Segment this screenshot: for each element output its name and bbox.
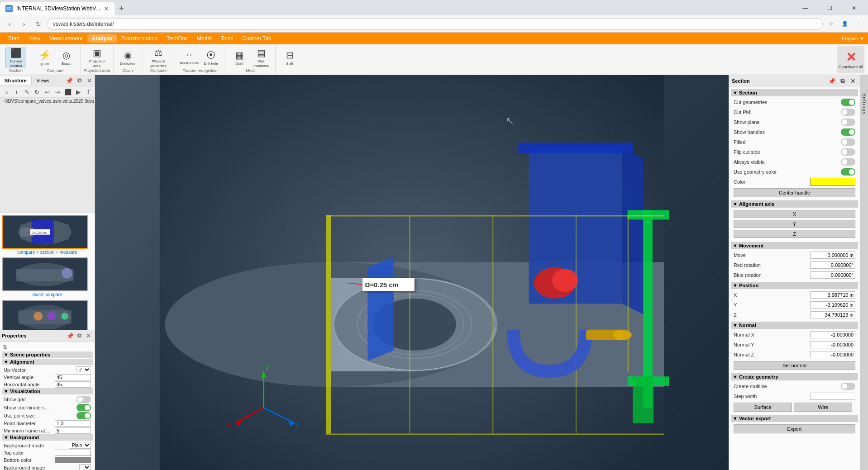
thumbnail-2[interactable]: exact compare [2, 257, 93, 297]
scene-properties-header[interactable]: ▼ Scene properties [2, 351, 93, 358]
draft-button[interactable]: ▦ Draft [229, 47, 250, 68]
red-rotation-input[interactable] [810, 261, 855, 269]
menu-dots-icon[interactable]: ⋮ [853, 18, 864, 30]
bookmark-icon[interactable]: ☆ [825, 18, 837, 30]
refresh2-icon[interactable]: ↻ [33, 87, 42, 96]
menu-model[interactable]: Model [192, 34, 216, 43]
sort-icon[interactable]: ⇅ [2, 343, 93, 351]
menu-transformation[interactable]: Transformation [117, 34, 162, 43]
flip-cut-toggle[interactable] [841, 148, 855, 156]
close-button[interactable]: ✕ [844, 1, 864, 15]
edit-icon[interactable]: ✎ [22, 87, 31, 96]
section-section-header[interactable]: ▼ Section [731, 89, 858, 96]
quick-compare-button[interactable]: ⚡ Quick [34, 47, 55, 68]
exact-compare-button[interactable]: ◎ Exact [56, 47, 76, 68]
neutral-axis-button[interactable]: ↔ Neutral axis [179, 47, 200, 68]
menu-view[interactable]: View [24, 34, 45, 43]
create-multiple-toggle[interactable] [841, 383, 855, 390]
pos-x-input[interactable] [810, 291, 855, 299]
wire-button[interactable]: Wire [794, 403, 852, 412]
y-axis-button[interactable]: Y [734, 220, 855, 228]
bg-image-select[interactable] [79, 464, 91, 470]
deactivate-all-button[interactable]: ✕ Deactivate all [837, 46, 864, 73]
menu-measurement[interactable]: Measurement [45, 34, 87, 43]
menu-techdoc[interactable]: TechDoc [162, 34, 192, 43]
menu-analyze[interactable]: Analyze [87, 34, 117, 43]
right-close-icon[interactable]: ✕ [848, 76, 857, 85]
vertical-angle-input[interactable] [55, 374, 91, 380]
3d-viewport[interactable]: D=0.25 cm Z X Y ↖ [95, 75, 729, 470]
always-visible-toggle[interactable] [841, 158, 855, 166]
undo-icon[interactable]: ↩ [43, 87, 52, 96]
menu-start[interactable]: Start [4, 34, 24, 43]
normal-z-input[interactable] [810, 351, 855, 358]
profile-icon[interactable]: 👤 [839, 18, 851, 30]
tab-close-button[interactable]: ✕ [104, 5, 109, 12]
cut-geometries-toggle[interactable] [841, 99, 855, 106]
z-axis-button[interactable]: Z [734, 230, 855, 238]
wall-thickness-button[interactable]: ▤ Wallthickness [251, 47, 272, 68]
point-diameter-input[interactable] [55, 420, 91, 427]
normal-x-input[interactable] [810, 331, 855, 338]
alignment-axis-header[interactable]: ▼ Alignment axis [731, 200, 858, 208]
top-color-swatch[interactable] [55, 450, 91, 456]
cut-pmi-toggle[interactable] [841, 109, 855, 116]
structure-tab[interactable]: Structure [0, 76, 32, 85]
right-pin-icon[interactable]: 📌 [827, 76, 836, 85]
show-plane-toggle[interactable] [841, 119, 855, 126]
forward-button[interactable]: › [18, 18, 30, 30]
x-axis-button[interactable]: X [734, 210, 855, 218]
settings-label[interactable]: Settings [862, 93, 867, 115]
panel-float-icon[interactable]: ⧉ [75, 76, 84, 85]
drill-hole-button[interactable]: ⦿ Drill hole [200, 47, 221, 68]
export-button[interactable]: Export [734, 424, 855, 433]
bg-mode-select[interactable]: Plain [69, 442, 91, 449]
visualization-header[interactable]: ▼ Visualization [2, 388, 93, 394]
back-button[interactable]: ‹ [4, 18, 15, 30]
pos-z-input[interactable] [810, 311, 855, 318]
min-frame-rate-input[interactable] [55, 427, 91, 434]
blue-rotation-input[interactable] [810, 271, 855, 279]
color-swatch[interactable] [810, 178, 855, 186]
undo2-icon[interactable]: ↪ [53, 87, 62, 96]
background-header[interactable]: ▼ Background [2, 434, 93, 441]
use-geo-color-toggle[interactable] [841, 168, 855, 176]
set-normal-button[interactable]: Set normal [734, 361, 855, 370]
normal-section-button[interactable]: ⬛ NormalSection [5, 47, 26, 68]
filled-toggle[interactable] [841, 138, 855, 146]
projected-area-button[interactable]: ▣ Projectedarea [84, 47, 110, 68]
detection-button[interactable]: ◉ Detection [117, 47, 138, 68]
right-float-icon[interactable]: ⧉ [838, 76, 847, 85]
minimize-button[interactable]: — [795, 1, 816, 15]
play-icon[interactable]: ▶ [74, 87, 83, 96]
split-button[interactable]: ⊟ Split [279, 47, 300, 68]
views-tab[interactable]: Views [32, 76, 54, 85]
address-bar[interactable]: vsweb.kisters.de/internal/ [47, 18, 823, 30]
up-vector-select[interactable]: Z [76, 366, 91, 373]
maximize-button[interactable]: ☐ [819, 1, 840, 15]
surface-button[interactable]: Surface [734, 403, 792, 412]
menu-custom-tab[interactable]: Custom Tab [238, 34, 276, 43]
stop-icon[interactable]: ⬛ [63, 87, 72, 96]
normal-header[interactable]: ▼ Normal [731, 322, 858, 329]
alignment-header[interactable]: ▼ Alignment [2, 359, 93, 365]
active-tab[interactable]: 3D INTERNAL 3DViewStation WebV... ✕ [0, 2, 114, 15]
physical-properties-button[interactable]: ⚖ Physicalproperties [146, 47, 171, 68]
show-grid-toggle[interactable] [76, 396, 91, 403]
refresh-button[interactable]: ↻ [33, 18, 44, 30]
pos-y-input[interactable] [810, 301, 855, 309]
panel-close-icon[interactable]: ✕ [85, 76, 94, 85]
normal-y-input[interactable] [810, 341, 855, 348]
show-handles-toggle[interactable] [841, 128, 855, 136]
movement-header[interactable]: ▼ Movement [731, 242, 858, 249]
use-point-size-toggle[interactable] [76, 412, 91, 419]
horizontal-angle-input[interactable] [55, 381, 91, 388]
lang-selector[interactable]: English ▼ [842, 36, 864, 41]
menu-tools[interactable]: Tools [216, 34, 238, 43]
bottom-color-swatch[interactable] [55, 457, 91, 463]
props-close-icon[interactable]: ✕ [84, 331, 93, 340]
center-handle-button[interactable]: Center handle [734, 188, 855, 197]
step-width-input[interactable] [810, 393, 855, 400]
export2-icon[interactable]: ⤴ [84, 87, 93, 96]
move-input[interactable] [810, 252, 855, 259]
